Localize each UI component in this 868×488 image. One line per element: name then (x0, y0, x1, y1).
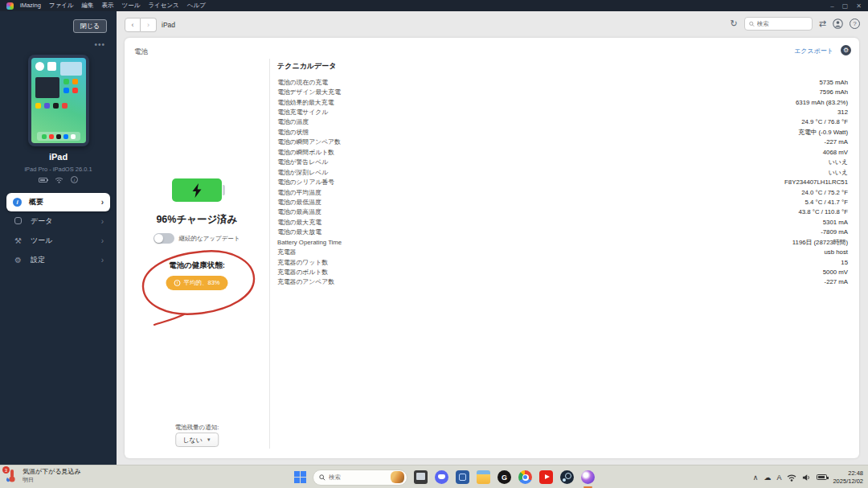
table-row: 電池の最大放電-7809 mA (277, 228, 848, 237)
battery-charging-icon (172, 178, 222, 202)
continuous-update-toggle[interactable] (154, 233, 174, 244)
start-button[interactable] (294, 471, 306, 483)
mail-app-icon[interactable] (456, 470, 469, 484)
tools-icon: ⚒ (13, 236, 23, 245)
menu-item-2[interactable]: 編集 (82, 2, 94, 10)
row-value: 6319 mAh (83.2%) (796, 99, 848, 106)
maximize-button[interactable]: ▢ (842, 2, 849, 10)
desktop-app-icon[interactable] (414, 470, 428, 484)
steam-icon[interactable] (560, 470, 574, 484)
search-box (744, 17, 813, 31)
battery-health-badge: ! 平均的、83% (166, 276, 227, 290)
battery-notify-label: 電池残量の通知: (125, 424, 269, 432)
row-value: 5.4 °C / 41.7 °F (805, 199, 848, 206)
taskbar-search[interactable] (313, 470, 407, 486)
back-button[interactable]: ‹ (125, 18, 141, 32)
search-highlight-thumbnail (391, 471, 404, 483)
device-status-icons: i (0, 176, 117, 183)
row-value: 15 (841, 259, 848, 266)
panel-gear-icon[interactable]: ⚙ (841, 45, 851, 55)
imazing-icon[interactable] (581, 470, 595, 484)
charge-level-text: 96%チャージ済み (125, 213, 269, 227)
chrome-icon[interactable] (518, 470, 532, 484)
chevron-down-icon: ▼ (207, 437, 211, 442)
close-window-button[interactable]: ✕ (856, 2, 862, 10)
menu-item-1[interactable]: ファイル (49, 2, 74, 10)
row-value: いいえ (829, 168, 848, 177)
menu-item-4[interactable]: ツール (122, 2, 141, 10)
volume-icon[interactable] (802, 474, 811, 482)
battery-tray-icon[interactable] (817, 474, 827, 480)
table-row: 電池の温度24.9 °C / 76.8 °F (277, 117, 848, 127)
row-label: 充電器のワット数 (277, 258, 328, 267)
minimize-button[interactable]: – (830, 2, 833, 10)
refresh-icon[interactable]: ↻ (731, 18, 738, 29)
row-label: 充電器のボルト数 (277, 268, 328, 277)
row-value: 5000 mV (823, 269, 848, 276)
row-value: 43.8 °C / 110.8 °F (798, 208, 848, 215)
info-status-icon[interactable]: i (71, 176, 78, 183)
info-icon: i (13, 198, 22, 207)
wifi-status-icon (55, 176, 63, 183)
taskbar-search-input[interactable] (329, 474, 387, 481)
youtube-icon[interactable] (539, 470, 553, 484)
search-icon (749, 21, 755, 27)
weather-headline: 気温が下がる見込み (23, 467, 81, 476)
battery-notify-dropdown[interactable]: しない ▼ (175, 433, 219, 447)
row-label: 充電器 (277, 248, 296, 256)
sidebar: 閉じる ••• iPad iPad Pro - iPadOS 26.0.1 (0, 11, 117, 465)
row-value: usb host (825, 248, 848, 256)
table-row: 電池の現在の充電5735 mAh (277, 77, 848, 87)
sidebar-item-data[interactable]: データ› (6, 212, 110, 231)
device-preview (28, 55, 89, 146)
tray-chevron-up-icon[interactable]: ∧ (753, 474, 759, 482)
row-label: 電池の現在の充電 (277, 78, 328, 87)
wifi-icon[interactable] (787, 474, 796, 482)
account-icon[interactable] (833, 18, 843, 29)
discord-icon[interactable] (435, 470, 448, 484)
device-subtitle: iPad Pro - iPadOS 26.0.1 (0, 166, 117, 173)
sidebar-item-settings[interactable]: ⚙設定› (6, 251, 110, 269)
more-options-icon[interactable]: ••• (94, 40, 105, 49)
table-row: 電池の最低温度5.4 °C / 41.7 °F (277, 197, 848, 207)
table-row: 電池が警告レベルいいえ (277, 158, 848, 167)
row-value: F8Y234407LH1LRC51 (784, 178, 848, 186)
help-icon[interactable]: ? (850, 18, 860, 29)
technical-data-title: テクニカルデータ (277, 61, 848, 72)
onedrive-cloud-icon[interactable]: ☁ (764, 474, 771, 482)
close-device-button[interactable]: 閉じる (73, 19, 107, 33)
row-value: 5301 mA (823, 219, 848, 226)
table-row: 充電器usb host (277, 247, 848, 256)
weather-widget[interactable]: 3 気温が下がる見込み 明日 (5, 467, 81, 484)
forward-button[interactable]: › (141, 18, 157, 32)
table-row: Battery Operating Time1196日 (28723時間) (277, 237, 848, 247)
time: 22:48 (833, 470, 863, 478)
menu-item-0[interactable]: iMazing (20, 2, 41, 10)
row-label: 電池が深刻レベル (277, 168, 328, 177)
battery-status-icon (39, 178, 47, 182)
search-input[interactable] (757, 20, 808, 27)
export-link[interactable]: エクスポート (794, 47, 833, 55)
ime-indicator[interactable]: A (776, 474, 781, 482)
menu-item-6[interactable]: ヘルプ (187, 2, 206, 10)
transfer-icon[interactable]: ⇄ (819, 18, 826, 29)
row-label: 電池デザイン最大充電 (277, 88, 341, 96)
table-row: 電池デザイン最大充電7596 mAh (277, 87, 848, 96)
clock[interactable]: 22:48 2025/12/02 (833, 470, 863, 486)
technical-data-table: 電池の現在の充電5735 mAh電池デザイン最大充電7596 mAh電池効果的最… (277, 77, 848, 287)
sidebar-item-tools[interactable]: ⚒ツール› (6, 232, 110, 250)
menu-item-5[interactable]: ライセンス (148, 2, 178, 10)
sidebar-item-label: ツール (31, 236, 52, 246)
github-icon[interactable]: G (497, 470, 511, 484)
sidebar-item-overview[interactable]: i概要› (6, 193, 110, 211)
table-row: 充電器のアンペア数-227 mA (277, 277, 848, 287)
imazing-logo-icon (6, 2, 14, 10)
warning-icon: ! (174, 280, 180, 286)
menu-item-3[interactable]: 表示 (102, 2, 114, 10)
file-explorer-icon[interactable] (477, 470, 490, 484)
row-label: 電池の状態 (277, 128, 309, 137)
table-row: 電池の状態充電中 (-0.9 Watt) (277, 127, 848, 137)
row-value: 1196日 (28723時間) (792, 238, 848, 247)
device-dock (37, 132, 80, 141)
row-label: 電池が警告レベル (277, 158, 328, 166)
